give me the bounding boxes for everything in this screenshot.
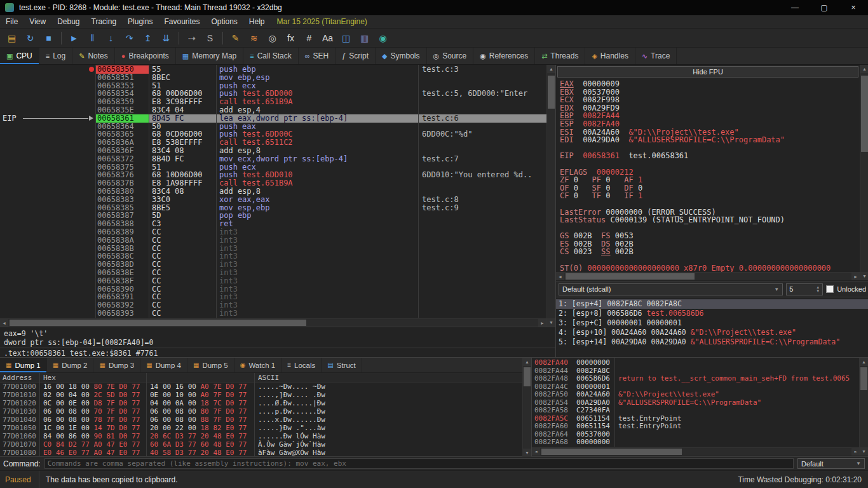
tab-log[interactable]: ≡Log bbox=[39, 48, 72, 64]
scroll-up-button[interactable]: ▲ bbox=[547, 65, 555, 73]
menu-options[interactable]: Options bbox=[205, 15, 243, 28]
scroll-thumb[interactable] bbox=[541, 449, 682, 455]
tab-breakpoints[interactable]: ●Breakpoints bbox=[115, 48, 176, 64]
disasm-row[interactable]: 0065838FCCint3 bbox=[0, 277, 546, 285]
scroll-thumb[interactable] bbox=[860, 367, 867, 390]
step-into-button[interactable]: ↓ bbox=[102, 30, 119, 46]
disasm-row[interactable]: 0065835E83C4 04add esp,4 bbox=[0, 106, 546, 114]
scroll-thumb[interactable] bbox=[10, 320, 306, 326]
argument-row[interactable]: 5: [esp+14] 00A29DA0 00A29DA0 &"ALLUSERS… bbox=[556, 337, 868, 347]
close-button[interactable]: × bbox=[839, 0, 868, 15]
disasm-row[interactable]: 0065838083C4 08add esp,8 bbox=[0, 187, 546, 196]
stack-row[interactable]: 0082FA4000000000 bbox=[532, 359, 860, 367]
dump-row[interactable]: 77D0100016 00 18 00 80 7E D0 7714 00 16 … bbox=[0, 383, 522, 391]
register-line[interactable]: CF 0 TF 0 IF 1 bbox=[560, 192, 857, 200]
scroll-left-button[interactable]: ◄ bbox=[532, 448, 540, 456]
disasm-row[interactable]: EIP006583618D45 FClea eax,dword ptr ss:[… bbox=[0, 114, 546, 123]
stack-row[interactable]: 0082FA48006586D6return to test.__scrt_co… bbox=[532, 375, 860, 383]
font-preferences-button[interactable]: Aa bbox=[319, 30, 336, 46]
scroll-down-button[interactable]: ▼ bbox=[547, 318, 555, 327]
disasm-row[interactable]: 0065836F83C4 08add esp,8 bbox=[0, 147, 546, 155]
scroll-right-button[interactable]: ► bbox=[538, 319, 546, 327]
scroll-thumb[interactable] bbox=[861, 76, 868, 152]
stack-vscrollbar[interactable]: ▲ ▼ bbox=[859, 358, 868, 456]
settings-button[interactable]: ◉ bbox=[374, 30, 391, 46]
scroll-right-button[interactable]: ► bbox=[851, 273, 860, 280]
disasm-row[interactable]: 0065835351push ecx bbox=[0, 82, 546, 90]
trace-into-button[interactable]: ⇢ bbox=[183, 30, 200, 46]
registers-hscrollbar[interactable]: ◄ ► bbox=[556, 272, 860, 280]
close-debuggee-button[interactable]: ■ bbox=[40, 30, 57, 46]
restart-button[interactable]: ↻ bbox=[22, 30, 39, 46]
disasm-row[interactable]: 0065837BE8 1A98FFFFcall test.651B9A bbox=[0, 179, 546, 187]
argument-row[interactable]: 2: [esp+8] 006586D6 test.006586D6 bbox=[556, 309, 868, 318]
tab-dump-2[interactable]: ▦Dump 2 bbox=[47, 358, 94, 372]
dump-row[interactable]: 77D01070C0 84 D2 77 A0 47 E0 7760 6A D3 … bbox=[0, 440, 522, 449]
command-input[interactable] bbox=[44, 458, 794, 469]
menu-view[interactable]: View bbox=[24, 15, 51, 28]
disasm-row[interactable]: 006583728B4D FCmov ecx,dword ptr ss:[ebp… bbox=[0, 155, 546, 163]
disasm-row[interactable]: 00658388C3ret bbox=[0, 220, 546, 228]
menu-help[interactable]: Help bbox=[243, 15, 271, 28]
find-references-button[interactable]: ◎ bbox=[264, 30, 281, 46]
scroll-down-button[interactable]: ▼ bbox=[860, 272, 868, 280]
disasm-row[interactable]: 00658393CCint3 bbox=[0, 309, 546, 318]
argument-row[interactable]: 1: [esp+4] 0082FA8C 0082FA8C bbox=[556, 299, 868, 309]
disasm-vscrollbar[interactable]: ▲ ▼ bbox=[546, 65, 555, 327]
disasm-row[interactable]: 0065836568 0CD06D00push test.6DD00C6DD00… bbox=[0, 130, 546, 139]
command-mode-select[interactable]: Default ▼ bbox=[797, 458, 865, 469]
disasm-row[interactable]: 00658391CCint3 bbox=[0, 293, 546, 301]
disasm-row[interactable]: 0065836AE8 538EFFFFcall test.6511C2 bbox=[0, 139, 546, 147]
register-line[interactable]: EIP 00658361 test.00658361 bbox=[560, 152, 857, 160]
disasm-row[interactable]: 006583875Dpop ebp bbox=[0, 212, 546, 220]
scroll-thumb[interactable] bbox=[524, 367, 531, 386]
scroll-left-button[interactable]: ◄ bbox=[556, 273, 564, 280]
tab-cpu[interactable]: ▣CPU bbox=[0, 48, 39, 64]
execute-till-return-button[interactable]: ↥ bbox=[139, 30, 156, 46]
disasm-row[interactable]: 0065838CCCint3 bbox=[0, 252, 546, 261]
pause-button[interactable]: ‖ bbox=[84, 30, 101, 46]
registers-vscrollbar[interactable]: ▲ ▼ bbox=[860, 65, 868, 280]
menu-file[interactable]: File bbox=[0, 15, 24, 28]
scroll-thumb[interactable] bbox=[566, 273, 695, 280]
stack-row[interactable]: 0082FA58C27340FA bbox=[532, 407, 860, 415]
scroll-up-button[interactable]: ▲ bbox=[860, 65, 868, 73]
minimize-button[interactable]: — bbox=[780, 0, 810, 15]
disasm-row[interactable]: 00658390CCint3 bbox=[0, 285, 546, 294]
disasm-row[interactable]: 006583858BE5mov esp,ebptest.c:9 bbox=[0, 204, 546, 212]
stack-row[interactable]: 0082FA5000A24A60&"D:\\Project\\test.exe" bbox=[532, 391, 860, 399]
tab-call-stack[interactable]: ≡Call Stack bbox=[243, 48, 298, 64]
maximize-button[interactable]: ▢ bbox=[810, 0, 839, 15]
step-over-button[interactable]: ↷ bbox=[121, 30, 138, 46]
disasm-row[interactable]: 0065838DCCint3 bbox=[0, 261, 546, 269]
trace-coverage-button[interactable]: ▥ bbox=[356, 30, 373, 46]
tab-trace[interactable]: ∿Trace bbox=[635, 48, 677, 64]
tab-script[interactable]: ƒScript bbox=[336, 48, 376, 64]
disasm-row[interactable]: 0065838BCCint3 bbox=[0, 245, 546, 253]
tab-seh[interactable]: ∞SEH bbox=[299, 48, 336, 64]
register-line[interactable]: EDI 00A29DA0 &"ALLUSERSPROFILE=C:\\Progr… bbox=[560, 136, 857, 144]
argument-count-stepper[interactable]: 5 ▲▼ bbox=[786, 283, 823, 295]
register-line[interactable]: CS 0023 SS 002B bbox=[560, 248, 857, 256]
dump-row[interactable]: 77D0106084 00 86 00 90 81 D0 7720 6C D3 … bbox=[0, 432, 522, 440]
disasm-row[interactable]: 00658392CCint3 bbox=[0, 301, 546, 309]
tab-locals[interactable]: ≡Locals bbox=[281, 358, 322, 372]
disasm-row[interactable]: 0065838ACCint3 bbox=[0, 236, 546, 245]
stack-row[interactable]: 0082FA6000651154test.EntryPoint bbox=[532, 423, 860, 431]
stack-hscrollbar[interactable]: ◄ ► bbox=[532, 447, 860, 456]
scroll-up-button[interactable]: ▲ bbox=[523, 358, 531, 366]
disasm-row[interactable]: 0065837551push ecx bbox=[0, 163, 546, 172]
disasm-row[interactable]: 00658359E8 3C98FFFFcall test.651B9A bbox=[0, 98, 546, 106]
stack-row[interactable]: 0082FA6800000000 bbox=[532, 438, 860, 447]
dump-row[interactable]: 77D010200C 00 0E 00 D8 7F D0 7704 00 0A … bbox=[0, 399, 522, 407]
scroll-thumb[interactable] bbox=[548, 76, 555, 109]
dump-vscrollbar[interactable]: ▲ ▼ bbox=[522, 358, 531, 457]
tab-dump-5[interactable]: ▦Dump 5 bbox=[187, 358, 234, 372]
dump-row[interactable]: 77D010501C 00 1E 00 14 7D D0 7720 00 22 … bbox=[0, 424, 522, 432]
tab-handles[interactable]: ◈Handles bbox=[585, 48, 635, 64]
patches-button[interactable]: ✎ bbox=[227, 30, 244, 46]
menu-favourites[interactable]: Favourites bbox=[158, 15, 205, 28]
disasm-row[interactable]: 0065838ECCint3 bbox=[0, 269, 546, 277]
database-export-button[interactable]: ◫ bbox=[337, 30, 355, 46]
dump-row[interactable]: 77D0103006 00 08 00 70 7F D0 7706 00 08 … bbox=[0, 407, 522, 416]
